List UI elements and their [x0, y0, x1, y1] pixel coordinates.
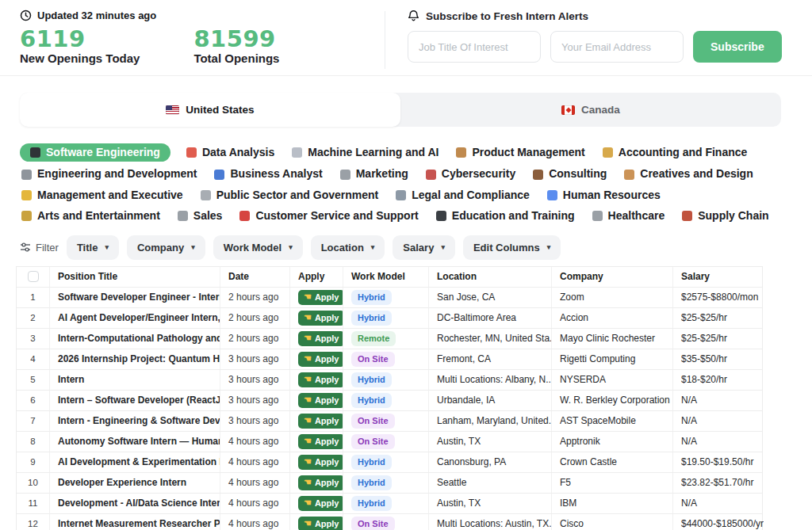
filter-dropdowns: Title▾Company▾Work Model▾Location▾Salary… [67, 235, 561, 260]
row-number: 8 [17, 432, 50, 452]
subscribe-button[interactable]: Subscribe [693, 31, 782, 63]
filter-dropdown-location[interactable]: Location▾ [311, 235, 385, 260]
column-header-location: Location [429, 267, 552, 287]
top-header: Updated 32 minutes ago 6119 New Openings… [0, 0, 812, 75]
table-row[interactable]: 9AI Development & Experimentation Int...… [17, 452, 762, 473]
apply-button[interactable]: ☚Apply [298, 331, 343, 346]
position-title-cell: Development - AI/Data Science Intern [50, 494, 220, 513]
category-pill-data-analysis[interactable]: Data Analysis [185, 143, 276, 162]
work-model-badge: On Site [351, 434, 395, 449]
category-pill-legal-and-compliance[interactable]: Legal and Compliance [394, 187, 531, 204]
tab-united-states[interactable]: United States [20, 93, 400, 127]
select-all-checkbox[interactable] [28, 271, 39, 282]
laptop-icon [30, 147, 40, 158]
category-pill-business-analyst[interactable]: Business Analyst [213, 166, 324, 182]
table-row[interactable]: 12Internet Measurement Researcher Ph...4… [17, 514, 762, 530]
email-input[interactable] [550, 31, 684, 63]
table-row[interactable]: 2AI Agent Developer/Engineer Intern, A..… [17, 308, 762, 329]
company-cell: Crown Castle [552, 452, 673, 472]
apply-button[interactable]: ☚Apply [298, 475, 343, 490]
filter-dropdown-title[interactable]: Title▾ [67, 235, 119, 260]
table-row[interactable]: 5Intern3 hours ago☚ApplyHybridMulti Loca… [17, 370, 762, 391]
company-cell: Mayo Clinic Rochester [552, 329, 673, 349]
table-row[interactable]: 8Autonomy Software Intern — Humanoi...4 … [17, 432, 762, 452]
category-pill-healthcare[interactable]: Healthcare [591, 208, 667, 224]
category-pill-marketing[interactable]: Marketing [339, 166, 410, 182]
work-model-badge: Remote [351, 331, 396, 346]
apply-button[interactable]: ☚Apply [298, 393, 343, 408]
filter-dropdown-company[interactable]: Company▾ [127, 235, 205, 260]
work-model-cell: On Site [343, 432, 429, 452]
table-row[interactable]: 3Intern-Computational Pathology and AI2 … [17, 329, 762, 349]
clock-icon [20, 10, 32, 21]
pointing-hand-icon: ☚ [304, 457, 312, 466]
apply-button[interactable]: ☚Apply [298, 372, 343, 387]
date-cell: 3 hours ago [220, 370, 290, 390]
pointing-hand-icon: ☚ [304, 375, 312, 383]
job-title-input[interactable] [408, 31, 541, 63]
apply-button[interactable]: ☚Apply [298, 311, 343, 326]
date-cell: 4 hours ago [220, 432, 290, 452]
work-model-badge: Hybrid [351, 455, 392, 470]
row-number: 1 [17, 288, 50, 307]
category-pill-public-sector-and-government[interactable]: Public Sector and Government [199, 187, 381, 204]
shield-icon [426, 170, 436, 180]
category-pill-software-engineering[interactable]: Software Engineering [20, 143, 170, 162]
category-pill-sales[interactable]: Sales [176, 208, 224, 224]
row-number: 9 [17, 452, 50, 472]
apply-cell: ☚Apply [290, 411, 343, 431]
work-model-cell: On Site [343, 349, 429, 369]
column-header-date: Date [220, 267, 290, 287]
table-row[interactable]: 6Intern – Software Developer (ReactJS)3 … [17, 391, 762, 411]
category-pill-accounting-and-finance[interactable]: Accounting and Finance [601, 143, 749, 162]
company-cell: Cisco [552, 514, 673, 530]
table-row[interactable]: 11Development - AI/Data Science Intern4 … [17, 494, 762, 514]
table-row[interactable]: 1Software Developer Engineer - Intern2 h… [17, 288, 762, 308]
apply-cell: ☚Apply [290, 494, 343, 513]
row-number: 11 [17, 494, 50, 513]
category-pill-management-and-executive[interactable]: Management and Executive [20, 187, 185, 204]
hammer-and-wrench-icon [21, 170, 32, 180]
filter-dropdown-work-model[interactable]: Work Model▾ [213, 235, 303, 260]
category-pill-customer-service-and-support[interactable]: Customer Service and Support [238, 208, 419, 224]
subscribe-title: Subscribe to Fresh Intern Alerts [426, 10, 588, 22]
category-label: Public Sector and Government [216, 189, 379, 201]
category-pill-product-management[interactable]: Product Management [454, 143, 586, 162]
position-title-cell: AI Agent Developer/Engineer Intern, A... [50, 308, 220, 328]
salary-cell: $2575-$8800/mon [673, 288, 764, 307]
megaphone-icon [340, 170, 350, 180]
table-row[interactable]: 42026 Internship Project: Quantum Har...… [17, 349, 762, 370]
category-pill-arts-and-entertainment[interactable]: Arts and Entertainment [20, 208, 162, 224]
apply-button[interactable]: ☚Apply [298, 352, 343, 367]
category-pill-education-and-training[interactable]: Education and Training [435, 208, 576, 224]
category-pill-human-resources[interactable]: Human Resources [546, 187, 662, 204]
work-model-cell: Hybrid [343, 308, 429, 328]
briefcase-icon [533, 170, 543, 180]
apply-button[interactable]: ☚Apply [298, 496, 343, 511]
category-pill-consulting[interactable]: Consulting [531, 166, 608, 182]
category-pill-engineering-and-development[interactable]: Engineering and Development [20, 166, 198, 182]
filter-dropdown-salary[interactable]: Salary▾ [393, 235, 455, 260]
location-cell: Canonsburg, PA [429, 452, 552, 472]
apply-button[interactable]: ☚Apply [298, 290, 343, 305]
category-pill-machine-learning-and-ai[interactable]: Machine Learning and AI [290, 143, 440, 162]
work-model-badge: Hybrid [351, 372, 392, 387]
apply-cell: ☚Apply [290, 452, 343, 472]
table-row[interactable]: 10Developer Experience Intern4 hours ago… [17, 473, 762, 494]
table-row[interactable]: 7Intern - Engineering & Software Devel..… [17, 411, 762, 432]
category-pill-supply-chain[interactable]: Supply Chain [680, 208, 770, 224]
filter-dropdown-edit-columns[interactable]: Edit Columns▾ [463, 235, 561, 260]
apply-button[interactable]: ☚Apply [298, 455, 343, 470]
pointing-hand-icon: ☚ [304, 313, 312, 322]
category-pill-cybersecurity[interactable]: Cybersecurity [424, 166, 517, 182]
category-label: Education and Training [452, 210, 575, 222]
apply-button[interactable]: ☚Apply [298, 434, 343, 449]
position-title-cell: 2026 Internship Project: Quantum Har... [50, 349, 220, 369]
header-divider [0, 75, 812, 76]
us-flag-icon [166, 105, 179, 115]
tab-canada[interactable]: Canada [400, 93, 781, 127]
apply-button[interactable]: ☚Apply [298, 517, 343, 530]
apply-button[interactable]: ☚Apply [298, 414, 343, 429]
category-pill-creatives-and-design[interactable]: Creatives and Design [622, 166, 754, 182]
work-model-cell: Hybrid [343, 391, 429, 410]
